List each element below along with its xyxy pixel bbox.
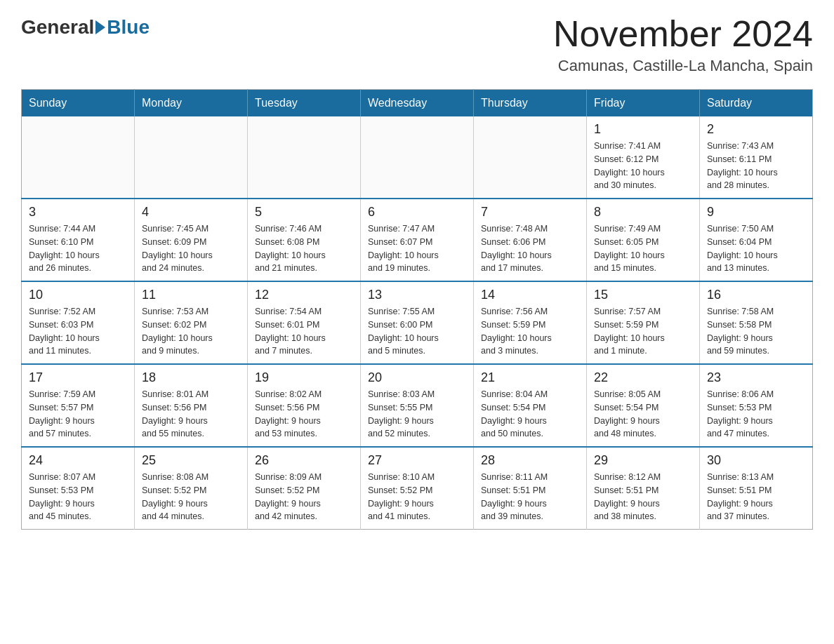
day-number: 30: [707, 453, 805, 468]
day-number: 5: [255, 205, 353, 220]
day-number: 20: [368, 370, 466, 385]
day-number: 6: [368, 205, 466, 220]
day-number: 7: [481, 205, 579, 220]
day-number: 28: [481, 453, 579, 468]
calendar-table: Sunday Monday Tuesday Wednesday Thursday…: [21, 89, 813, 530]
table-row: 15Sunrise: 7:57 AMSunset: 5:59 PMDayligh…: [587, 281, 700, 364]
header-tuesday: Tuesday: [248, 90, 361, 117]
day-number: 19: [255, 370, 353, 385]
day-info: Sunrise: 7:49 AMSunset: 6:05 PMDaylight:…: [594, 222, 692, 275]
day-number: 22: [594, 370, 692, 385]
table-row: 1Sunrise: 7:41 AMSunset: 6:12 PMDaylight…: [587, 116, 700, 199]
table-row: 16Sunrise: 7:58 AMSunset: 5:58 PMDayligh…: [700, 281, 813, 364]
day-info: Sunrise: 7:52 AMSunset: 6:03 PMDaylight:…: [29, 305, 127, 358]
header-friday: Friday: [587, 90, 700, 117]
logo-blue-text: Blue: [107, 18, 150, 37]
day-info: Sunrise: 7:44 AMSunset: 6:10 PMDaylight:…: [29, 222, 127, 275]
day-number: 11: [142, 288, 240, 302]
day-info: Sunrise: 8:01 AMSunset: 5:56 PMDaylight:…: [142, 388, 240, 441]
table-row: 21Sunrise: 8:04 AMSunset: 5:54 PMDayligh…: [474, 364, 587, 447]
table-row: 19Sunrise: 8:02 AMSunset: 5:56 PMDayligh…: [248, 364, 361, 447]
table-row: 14Sunrise: 7:56 AMSunset: 5:59 PMDayligh…: [474, 281, 587, 364]
day-number: 1: [594, 122, 692, 137]
day-number: 16: [707, 288, 805, 302]
day-info: Sunrise: 7:45 AMSunset: 6:09 PMDaylight:…: [142, 222, 240, 275]
day-number: 2: [707, 122, 805, 137]
day-number: 10: [29, 288, 127, 302]
location-title: Camunas, Castille-La Mancha, Spain: [553, 57, 813, 75]
header-monday: Monday: [135, 90, 248, 117]
table-row: 28Sunrise: 8:11 AMSunset: 5:51 PMDayligh…: [474, 447, 587, 530]
day-info: Sunrise: 8:09 AMSunset: 5:52 PMDaylight:…: [255, 471, 353, 523]
calendar-week-row: 24Sunrise: 8:07 AMSunset: 5:53 PMDayligh…: [22, 447, 813, 530]
day-number: 25: [142, 453, 240, 468]
table-row: 3Sunrise: 7:44 AMSunset: 6:10 PMDaylight…: [22, 199, 135, 281]
calendar-week-row: 17Sunrise: 7:59 AMSunset: 5:57 PMDayligh…: [22, 364, 813, 447]
day-info: Sunrise: 7:48 AMSunset: 6:06 PMDaylight:…: [481, 222, 579, 275]
day-info: Sunrise: 7:56 AMSunset: 5:59 PMDaylight:…: [481, 305, 579, 358]
day-info: Sunrise: 8:07 AMSunset: 5:53 PMDaylight:…: [29, 471, 127, 523]
table-row: 6Sunrise: 7:47 AMSunset: 6:07 PMDaylight…: [361, 199, 474, 281]
day-info: Sunrise: 7:53 AMSunset: 6:02 PMDaylight:…: [142, 305, 240, 358]
table-row: 9Sunrise: 7:50 AMSunset: 6:04 PMDaylight…: [700, 199, 813, 281]
day-info: Sunrise: 8:08 AMSunset: 5:52 PMDaylight:…: [142, 471, 240, 523]
day-number: 15: [594, 288, 692, 302]
day-number: 13: [368, 288, 466, 302]
table-row: 4Sunrise: 7:45 AMSunset: 6:09 PMDaylight…: [135, 199, 248, 281]
day-info: Sunrise: 7:50 AMSunset: 6:04 PMDaylight:…: [707, 222, 805, 275]
day-info: Sunrise: 7:59 AMSunset: 5:57 PMDaylight:…: [29, 388, 127, 441]
day-number: 21: [481, 370, 579, 385]
logo-arrow-icon: [95, 20, 105, 34]
table-row: 26Sunrise: 8:09 AMSunset: 5:52 PMDayligh…: [248, 447, 361, 530]
table-row: 2Sunrise: 7:43 AMSunset: 6:11 PMDaylight…: [700, 116, 813, 199]
day-info: Sunrise: 7:57 AMSunset: 5:59 PMDaylight:…: [594, 305, 692, 358]
day-info: Sunrise: 8:06 AMSunset: 5:53 PMDaylight:…: [707, 388, 805, 441]
day-number: 26: [255, 453, 353, 468]
day-info: Sunrise: 7:58 AMSunset: 5:58 PMDaylight:…: [707, 305, 805, 358]
day-info: Sunrise: 7:54 AMSunset: 6:01 PMDaylight:…: [255, 305, 353, 358]
day-info: Sunrise: 8:10 AMSunset: 5:52 PMDaylight:…: [368, 471, 466, 523]
day-number: 4: [142, 205, 240, 220]
day-number: 3: [29, 205, 127, 220]
table-row: [248, 116, 361, 199]
header-thursday: Thursday: [474, 90, 587, 117]
table-row: 29Sunrise: 8:12 AMSunset: 5:51 PMDayligh…: [587, 447, 700, 530]
table-row: 30Sunrise: 8:13 AMSunset: 5:51 PMDayligh…: [700, 447, 813, 530]
day-info: Sunrise: 7:47 AMSunset: 6:07 PMDaylight:…: [368, 222, 466, 275]
table-row: 22Sunrise: 8:05 AMSunset: 5:54 PMDayligh…: [587, 364, 700, 447]
table-row: [361, 116, 474, 199]
table-row: 25Sunrise: 8:08 AMSunset: 5:52 PMDayligh…: [135, 447, 248, 530]
table-row: 10Sunrise: 7:52 AMSunset: 6:03 PMDayligh…: [22, 281, 135, 364]
day-number: 18: [142, 370, 240, 385]
table-row: [22, 116, 135, 199]
day-number: 12: [255, 288, 353, 302]
table-row: 27Sunrise: 8:10 AMSunset: 5:52 PMDayligh…: [361, 447, 474, 530]
day-info: Sunrise: 8:11 AMSunset: 5:51 PMDaylight:…: [481, 471, 579, 523]
header: General Blue November 2024 Camunas, Cast…: [21, 14, 813, 75]
logo: General Blue: [21, 14, 150, 37]
day-number: 8: [594, 205, 692, 220]
day-number: 27: [368, 453, 466, 468]
table-row: 7Sunrise: 7:48 AMSunset: 6:06 PMDaylight…: [474, 199, 587, 281]
day-number: 14: [481, 288, 579, 302]
day-number: 24: [29, 453, 127, 468]
calendar-week-row: 1Sunrise: 7:41 AMSunset: 6:12 PMDaylight…: [22, 116, 813, 199]
title-area: November 2024 Camunas, Castille-La Manch…: [553, 14, 813, 75]
day-number: 17: [29, 370, 127, 385]
day-info: Sunrise: 8:02 AMSunset: 5:56 PMDaylight:…: [255, 388, 353, 441]
table-row: 17Sunrise: 7:59 AMSunset: 5:57 PMDayligh…: [22, 364, 135, 447]
day-info: Sunrise: 8:04 AMSunset: 5:54 PMDaylight:…: [481, 388, 579, 441]
day-info: Sunrise: 8:05 AMSunset: 5:54 PMDaylight:…: [594, 388, 692, 441]
table-row: 23Sunrise: 8:06 AMSunset: 5:53 PMDayligh…: [700, 364, 813, 447]
table-row: 12Sunrise: 7:54 AMSunset: 6:01 PMDayligh…: [248, 281, 361, 364]
table-row: 8Sunrise: 7:49 AMSunset: 6:05 PMDaylight…: [587, 199, 700, 281]
month-title: November 2024: [553, 14, 813, 54]
day-number: 9: [707, 205, 805, 220]
day-info: Sunrise: 8:13 AMSunset: 5:51 PMDaylight:…: [707, 471, 805, 523]
calendar-week-row: 3Sunrise: 7:44 AMSunset: 6:10 PMDaylight…: [22, 199, 813, 281]
header-sunday: Sunday: [22, 90, 135, 117]
table-row: [135, 116, 248, 199]
table-row: 13Sunrise: 7:55 AMSunset: 6:00 PMDayligh…: [361, 281, 474, 364]
day-number: 29: [594, 453, 692, 468]
day-info: Sunrise: 7:46 AMSunset: 6:08 PMDaylight:…: [255, 222, 353, 275]
